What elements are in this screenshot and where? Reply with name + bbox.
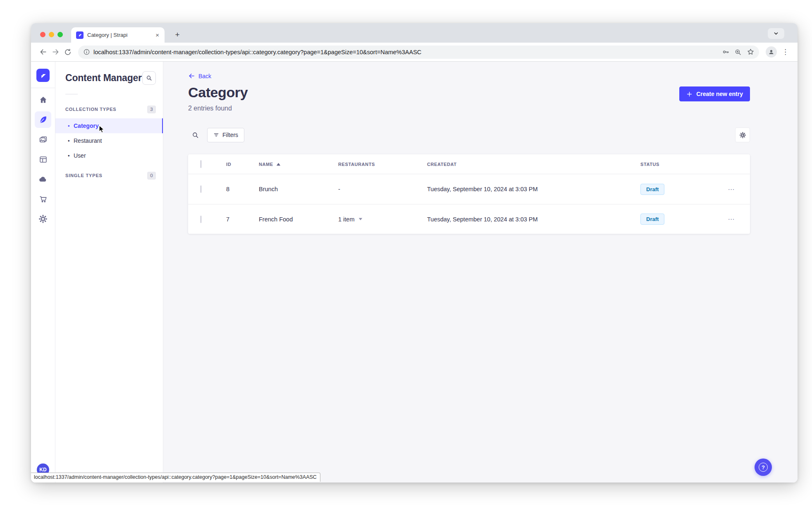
column-status[interactable]: STATUS bbox=[640, 162, 713, 167]
entries-table: ID NAME RESTAURANTS CREATEDAT STATUS 8 B… bbox=[188, 154, 750, 234]
sort-asc-icon bbox=[276, 163, 281, 166]
row-actions-button[interactable]: ⋯ bbox=[713, 215, 750, 223]
password-key-icon[interactable] bbox=[719, 46, 732, 58]
table-row[interactable]: 8 Brunch - Tuesday, September 10, 2024 a… bbox=[188, 174, 750, 204]
sidebar-item-user[interactable]: • User bbox=[55, 148, 163, 163]
browser-tab[interactable]: Category | Strapi × bbox=[71, 27, 165, 43]
filters-button[interactable]: Filters bbox=[207, 128, 244, 142]
help-button[interactable]: ? bbox=[755, 459, 772, 476]
sidebar-item-category[interactable]: • Category bbox=[55, 118, 163, 133]
site-info-icon[interactable] bbox=[83, 48, 90, 55]
chevron-down-icon bbox=[358, 218, 363, 221]
tab-search-chevron-icon[interactable] bbox=[768, 28, 784, 39]
single-types-count-badge: 0 bbox=[147, 172, 156, 180]
tab-title: Category | Strapi bbox=[87, 32, 154, 38]
sidebar-item-media-library[interactable] bbox=[35, 131, 51, 148]
close-window-button[interactable] bbox=[40, 32, 45, 37]
sidebar-item-deploy-cloud[interactable] bbox=[35, 171, 51, 187]
collection-types-label: COLLECTION TYPES bbox=[65, 107, 116, 112]
browser-window: Category | Strapi × + localhost:1337/adm… bbox=[31, 23, 798, 483]
column-name[interactable]: NAME bbox=[259, 162, 338, 167]
sidebar-divider bbox=[31, 88, 55, 88]
main-content: Back Category Create new entry 2 entries… bbox=[163, 62, 798, 483]
browser-profile-icon[interactable] bbox=[766, 46, 777, 58]
browser-menu-icon[interactable]: ⋮ bbox=[779, 48, 792, 56]
bookmark-star-icon[interactable] bbox=[744, 46, 757, 58]
window-controls bbox=[40, 32, 63, 37]
page-title: Category bbox=[188, 84, 248, 101]
back-arrow-icon bbox=[188, 72, 195, 79]
search-entries-button[interactable] bbox=[188, 128, 202, 142]
forward-icon[interactable] bbox=[49, 46, 62, 58]
main-sidebar: KD bbox=[31, 62, 55, 483]
plus-icon bbox=[686, 91, 693, 97]
row-actions-button[interactable]: ⋯ bbox=[713, 185, 750, 193]
cell-restaurants[interactable]: 1 item bbox=[338, 216, 427, 223]
new-tab-button[interactable]: + bbox=[172, 29, 183, 41]
create-new-entry-button[interactable]: Create new entry bbox=[679, 86, 750, 101]
tab-strip: Category | Strapi × + bbox=[31, 23, 798, 43]
sidebar-item-restaurant[interactable]: • Restaurant bbox=[55, 133, 163, 148]
subnav-search-button[interactable] bbox=[142, 71, 156, 85]
question-mark-icon: ? bbox=[759, 463, 768, 472]
status-badge: Draft bbox=[640, 184, 664, 195]
column-id[interactable]: ID bbox=[226, 162, 259, 167]
minimize-window-button[interactable] bbox=[49, 32, 54, 37]
sidebar-item-content-manager[interactable] bbox=[35, 111, 51, 128]
row-checkbox[interactable] bbox=[201, 216, 201, 223]
filter-icon bbox=[213, 132, 219, 138]
column-createdat[interactable]: CREATEDAT bbox=[427, 162, 640, 167]
status-badge: Draft bbox=[640, 214, 664, 225]
cell-restaurants: - bbox=[338, 186, 427, 192]
cell-id: 8 bbox=[226, 186, 259, 192]
sidebar-item-home[interactable] bbox=[35, 91, 51, 108]
content-manager-sidebar: Content Manager COLLECTION TYPES 3 • Cat… bbox=[55, 62, 163, 483]
select-all-checkbox[interactable] bbox=[201, 160, 201, 168]
strapi-favicon-icon bbox=[76, 31, 84, 39]
strapi-logo[interactable] bbox=[36, 69, 50, 82]
cell-createdat: Tuesday, September 10, 2024 at 3:03 PM bbox=[427, 186, 640, 192]
row-checkbox[interactable] bbox=[201, 185, 201, 193]
cell-createdat: Tuesday, September 10, 2024 at 3:03 PM bbox=[427, 216, 640, 223]
column-restaurants[interactable]: RESTAURANTS bbox=[338, 162, 427, 167]
cell-id: 7 bbox=[226, 216, 259, 223]
entries-count: 2 entries found bbox=[188, 105, 750, 112]
zoom-page-icon[interactable] bbox=[732, 46, 744, 58]
cell-name: Brunch bbox=[259, 186, 338, 192]
back-icon[interactable] bbox=[37, 46, 49, 58]
back-link[interactable]: Back bbox=[188, 72, 211, 79]
table-settings-button[interactable] bbox=[735, 127, 750, 142]
sidebar-item-content-type-builder[interactable] bbox=[35, 151, 51, 168]
status-bar-url: localhost:1337/admin/content-manager/col… bbox=[31, 473, 320, 482]
bullet-icon: • bbox=[68, 153, 70, 159]
fullscreen-window-button[interactable] bbox=[57, 32, 63, 37]
url-text[interactable]: localhost:1337/admin/content-manager/col… bbox=[93, 49, 719, 55]
single-types-label: SINGLE TYPES bbox=[65, 173, 103, 178]
strapi-admin: KD Content Manager COLLECTION TYPES 3 • … bbox=[31, 62, 798, 483]
subnav-title: Content Manager bbox=[65, 72, 142, 84]
cell-name: French Food bbox=[259, 216, 338, 223]
sidebar-item-settings[interactable] bbox=[35, 211, 51, 227]
bullet-icon: • bbox=[68, 138, 70, 144]
table-row[interactable]: 7 French Food 1 item Tuesday, September … bbox=[188, 204, 750, 234]
sidebar-item-marketplace[interactable] bbox=[35, 191, 51, 207]
bullet-icon: • bbox=[68, 123, 70, 129]
subnav-divider bbox=[65, 94, 78, 94]
reload-icon[interactable] bbox=[62, 46, 74, 58]
browser-toolbar: localhost:1337/admin/content-manager/col… bbox=[31, 43, 798, 62]
table-header-row: ID NAME RESTAURANTS CREATEDAT STATUS bbox=[188, 154, 750, 174]
url-bar[interactable]: localhost:1337/admin/content-manager/col… bbox=[78, 46, 759, 59]
collection-types-count-badge: 3 bbox=[147, 106, 156, 113]
tab-close-icon[interactable]: × bbox=[154, 31, 160, 38]
